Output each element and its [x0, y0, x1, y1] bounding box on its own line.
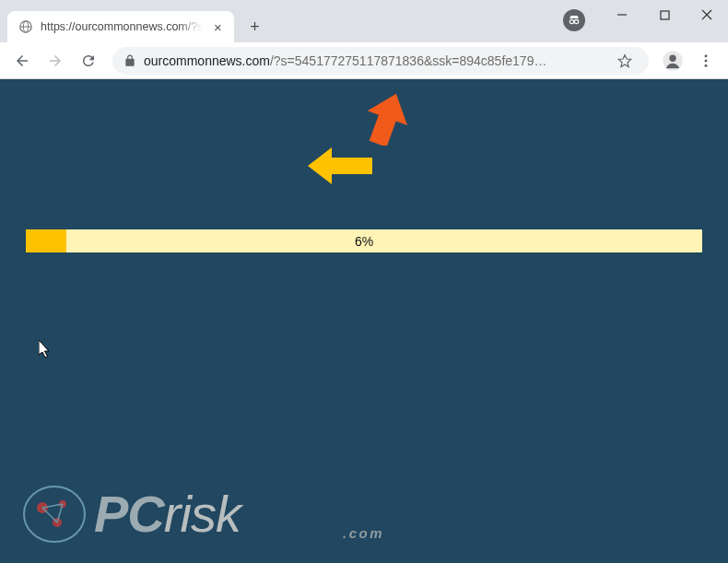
watermark-suffix: .com	[343, 528, 384, 540]
svg-point-13	[705, 64, 708, 66]
watermark-brand-2: risk	[164, 485, 241, 543]
maximize-button[interactable]	[643, 0, 686, 29]
watermark-brand-1: PC	[94, 485, 164, 543]
url-domain: ourcommonnews.com	[144, 53, 270, 68]
svg-point-14	[24, 487, 85, 542]
page-content: 6% PCrisk .com	[0, 79, 728, 563]
minimize-button[interactable]	[601, 0, 643, 29]
svg-point-12	[705, 59, 708, 62]
progress-bar: 6%	[26, 229, 702, 252]
watermark-logo-icon	[22, 482, 87, 546]
bookmark-star-icon[interactable]	[610, 46, 640, 76]
svg-rect-6	[661, 11, 669, 19]
progress-fill	[26, 229, 66, 252]
annotation-arrow-left-icon	[308, 147, 372, 184]
address-bar[interactable]: ourcommonnews.com/?s=545177275117871836&…	[112, 47, 649, 75]
window-close-button[interactable]	[686, 0, 728, 29]
browser-toolbar: ourcommonnews.com/?s=545177275117871836&…	[0, 42, 728, 79]
url-text: ourcommonnews.com/?s=545177275117871836&…	[144, 53, 603, 68]
watermark: PCrisk .com	[22, 482, 241, 546]
globe-icon	[18, 19, 33, 34]
incognito-icon	[563, 9, 585, 31]
menu-icon[interactable]	[691, 46, 721, 76]
titlebar: https://ourcommonnews.com/?s × +	[0, 0, 728, 42]
window-controls	[601, 0, 728, 29]
reload-button[interactable]	[74, 46, 103, 76]
new-tab-button[interactable]: +	[241, 14, 267, 40]
profile-avatar-icon[interactable]	[658, 46, 687, 76]
svg-point-3	[569, 19, 573, 23]
annotation-arrow-up-icon	[366, 92, 408, 146]
lock-icon	[123, 54, 136, 67]
browser-tab[interactable]: https://ourcommonnews.com/?s ×	[7, 11, 234, 42]
svg-point-10	[669, 54, 675, 61]
progress-label: 6%	[355, 234, 373, 249]
close-icon[interactable]: ×	[210, 19, 225, 34]
svg-point-4	[574, 19, 578, 23]
svg-line-19	[42, 508, 57, 522]
browser-window: https://ourcommonnews.com/?s × +	[0, 0, 728, 563]
forward-button[interactable]	[41, 46, 70, 76]
back-button[interactable]	[7, 46, 37, 76]
url-path: /?s=545177275117871836&ssk=894c85fe179…	[270, 53, 546, 68]
svg-point-11	[705, 54, 708, 57]
mouse-cursor-icon	[39, 340, 52, 358]
watermark-text: PCrisk .com	[94, 492, 241, 536]
tab-title: https://ourcommonnews.com/?s	[41, 20, 203, 33]
